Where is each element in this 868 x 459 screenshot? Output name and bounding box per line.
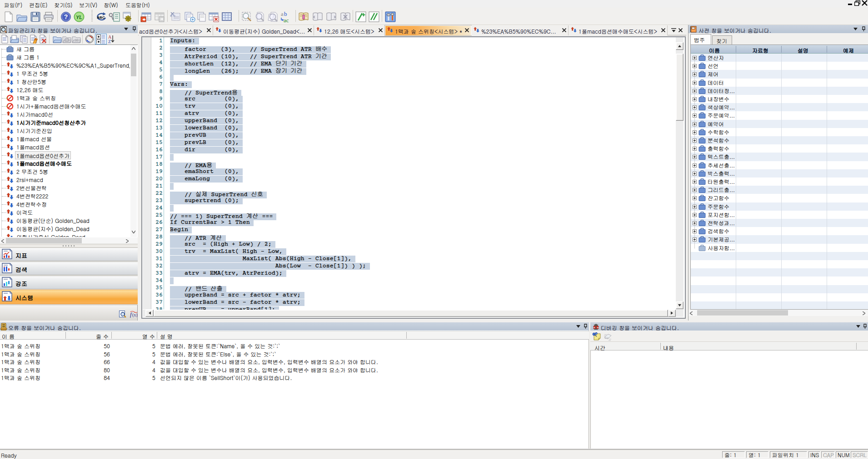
svg-text:(x): (x) [132,312,137,318]
svg-text:?: ? [64,13,68,20]
svg-text:YL: YL [76,15,82,20]
svg-text:ABC: ABC [97,15,105,20]
svg-text:b: b [284,10,287,17]
svg-text:ac: ac [284,17,289,23]
svg-text:a: a [281,10,284,17]
svg-text:Z: Z [108,39,111,44]
